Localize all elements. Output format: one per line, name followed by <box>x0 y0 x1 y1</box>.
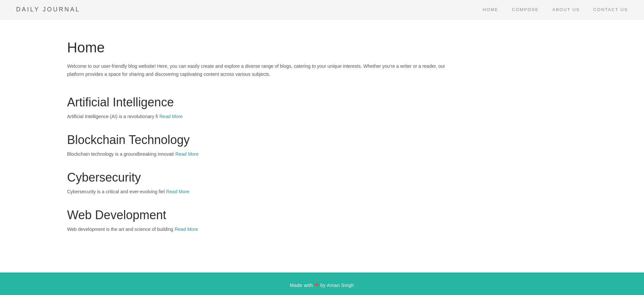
blog-excerpt-text-blockchain: Blockchain technology is a groundbreakin… <box>67 151 174 157</box>
main-nav: HOME COMPOSE ABOUT US CONTACT US <box>483 7 628 12</box>
blog-excerpt-text-webdev: Web development is the art and science o… <box>67 227 173 232</box>
blog-title-blockchain: Blockchain Technology <box>67 133 577 147</box>
blog-section-webdev: Web Development Web development is the a… <box>67 208 577 232</box>
blog-title-webdev: Web Development <box>67 208 577 222</box>
footer-text: Made with ❤ by Aman Singh <box>9 282 635 288</box>
main-content: Home Welcome to our user-friendly blog w… <box>0 19 644 273</box>
page-title: Home <box>67 40 577 56</box>
header: DAILY JOURNAL HOME COMPOSE ABOUT US CONT… <box>0 0 644 19</box>
nav-contact[interactable]: CONTACT US <box>593 7 628 12</box>
read-more-cybersecurity[interactable]: Read More <box>166 189 189 194</box>
nav-about[interactable]: ABOUT US <box>552 7 580 12</box>
blog-title-ai: Artificial Intelligence <box>67 95 577 109</box>
blog-excerpt-blockchain: Blockchain technology is a groundbreakin… <box>67 151 577 157</box>
footer-text-before: Made with <box>290 283 313 288</box>
footer-text-after: by Aman Singh <box>320 283 354 288</box>
intro-text: Welcome to our user-friendly blog websit… <box>67 62 453 79</box>
read-more-blockchain[interactable]: Read More <box>175 151 199 157</box>
brand-logo: DAILY JOURNAL <box>16 6 80 13</box>
read-more-webdev[interactable]: Read More <box>175 227 198 232</box>
blog-excerpt-webdev: Web development is the art and science o… <box>67 226 577 232</box>
nav-home[interactable]: HOME <box>483 7 498 12</box>
blog-excerpt-text-cybersecurity: Cybersecurity is a critical and ever-evo… <box>67 189 165 194</box>
footer: Made with ❤ by Aman Singh <box>0 273 644 295</box>
heart-icon: ❤ <box>314 282 319 288</box>
blog-title-cybersecurity: Cybersecurity <box>67 170 577 185</box>
blog-section-cybersecurity: Cybersecurity Cybersecurity is a critica… <box>67 170 577 195</box>
blog-section-blockchain: Blockchain Technology Blockchain technol… <box>67 133 577 157</box>
blog-excerpt-cybersecurity: Cybersecurity is a critical and ever-evo… <box>67 189 577 195</box>
blog-excerpt-ai: Artificial Intelligence (AI) is a revolu… <box>67 113 577 119</box>
read-more-ai[interactable]: Read More <box>159 114 182 119</box>
nav-compose[interactable]: COMPOSE <box>512 7 539 12</box>
blog-excerpt-text-ai: Artificial Intelligence (AI) is a revolu… <box>67 114 158 119</box>
blog-section-ai: Artificial Intelligence Artificial Intel… <box>67 95 577 119</box>
